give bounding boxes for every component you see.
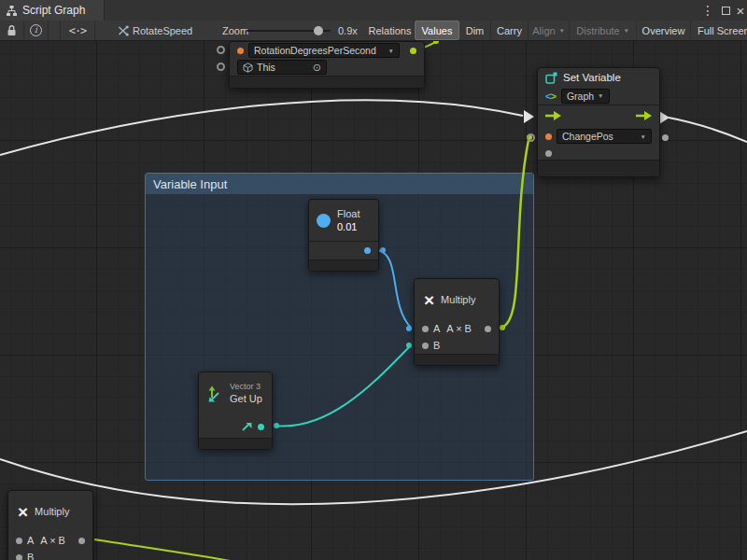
toolbar-button-relations[interactable]: Relations bbox=[366, 21, 415, 40]
input-a-label: A bbox=[433, 323, 440, 334]
toolbar-button-carry[interactable]: Carry bbox=[491, 21, 529, 40]
node-footer bbox=[309, 259, 378, 271]
kebab-icon: ⋮ bbox=[701, 3, 714, 18]
node-footer bbox=[230, 76, 424, 88]
title-bar: Script Graph ⋮ × bbox=[0, 0, 747, 21]
node-header[interactable]: Set Variable bbox=[538, 68, 659, 87]
float-value-field[interactable]: 0.01 bbox=[337, 220, 359, 233]
string-port[interactable] bbox=[237, 48, 244, 54]
node-title: Multiply bbox=[441, 294, 475, 305]
graph-toolbar: i <·> RotateSpeed Zoom 0.9x Relations Va… bbox=[0, 21, 747, 41]
zoom-slider[interactable] bbox=[247, 30, 331, 32]
node-title: Set Variable bbox=[563, 72, 621, 83]
input-a-port[interactable] bbox=[16, 538, 22, 544]
close-button[interactable]: × bbox=[734, 0, 747, 21]
group-title: Variable Input bbox=[153, 177, 227, 191]
toolbar-button-dim[interactable]: Dim bbox=[459, 21, 491, 40]
output-label: A × B bbox=[40, 535, 65, 546]
toolbar-button-fullscreen[interactable]: Full Screen bbox=[691, 21, 747, 40]
input-port[interactable] bbox=[217, 63, 225, 71]
node-multiply[interactable]: × Multiply A A × B B bbox=[414, 278, 500, 366]
type-label: Float bbox=[337, 207, 359, 220]
cube-icon bbox=[243, 63, 253, 73]
node-title: Multiply bbox=[35, 506, 69, 517]
multiply-icon: × bbox=[18, 503, 28, 521]
value-output-port[interactable] bbox=[410, 48, 416, 54]
input-a-label: A bbox=[27, 535, 34, 546]
chevron-down-icon: ▼ bbox=[624, 28, 629, 34]
value-port[interactable] bbox=[545, 150, 552, 157]
object-picker-icon[interactable]: ⊙ bbox=[313, 63, 321, 72]
vector3-axis-icon bbox=[206, 385, 223, 402]
flow-in-port[interactable] bbox=[544, 110, 562, 121]
chevron-down-icon: ▼ bbox=[559, 28, 565, 34]
maximize-button[interactable] bbox=[717, 0, 734, 21]
edit-graph-button[interactable]: <·> bbox=[60, 21, 95, 40]
value-output-port[interactable] bbox=[364, 247, 371, 254]
toolbar-button-distribute[interactable]: Distribute▼ bbox=[570, 21, 637, 40]
input-port[interactable] bbox=[217, 46, 225, 54]
node-header[interactable]: Vector 3 Get Up bbox=[199, 372, 272, 415]
zoom-value: 0.9x bbox=[338, 21, 358, 40]
scope-row: <> Graph ▼ bbox=[538, 87, 659, 105]
flow-out-port[interactable] bbox=[635, 110, 653, 121]
value-input-port[interactable] bbox=[527, 133, 535, 142]
target-object-field[interactable]: This ⊙ bbox=[237, 60, 327, 75]
node-get-up[interactable]: Vector 3 Get Up bbox=[198, 371, 273, 450]
vector-arrow-icon bbox=[241, 421, 252, 432]
window-title: Script Graph bbox=[22, 4, 85, 17]
type-label: Vector 3 bbox=[230, 382, 262, 392]
node-float-literal[interactable]: Float 0.01 bbox=[308, 199, 379, 272]
scope-dropdown[interactable]: Graph ▼ bbox=[561, 89, 610, 104]
value-output-port[interactable] bbox=[258, 424, 264, 430]
group-header[interactable]: Variable Input bbox=[146, 174, 533, 194]
target-label: This bbox=[257, 62, 275, 73]
input-b-port[interactable] bbox=[422, 343, 429, 349]
graph-icon: <> bbox=[545, 91, 556, 102]
kebab-menu-button[interactable]: ⋮ bbox=[700, 0, 715, 21]
variable-name-value: ChangePos bbox=[562, 131, 613, 142]
code-icon: <·> bbox=[69, 24, 87, 37]
toolbar-button-values[interactable]: Values bbox=[415, 21, 459, 40]
output-port[interactable] bbox=[78, 538, 85, 544]
inspect-button[interactable]: i bbox=[24, 21, 49, 40]
node-footer bbox=[538, 160, 659, 176]
scope-value: Graph bbox=[567, 91, 594, 102]
toolbar-button-overview[interactable]: Overview bbox=[637, 21, 691, 40]
value-output-port[interactable] bbox=[662, 134, 669, 141]
script-graph-icon bbox=[6, 5, 18, 17]
variable-icon bbox=[545, 72, 557, 84]
variable-name-value: RotationDegreesPerSecond bbox=[254, 45, 376, 56]
node-title: Get Up bbox=[230, 392, 262, 405]
zoom-slider-knob[interactable] bbox=[314, 26, 323, 35]
chevron-down-icon: ▼ bbox=[598, 92, 603, 99]
output-label: A × B bbox=[446, 323, 472, 334]
lock-icon bbox=[7, 24, 17, 36]
info-icon: i bbox=[30, 24, 42, 36]
string-port[interactable] bbox=[545, 133, 552, 140]
tab-script-graph[interactable]: Script Graph bbox=[0, 0, 105, 21]
node-multiply-2[interactable]: × Multiply A A × B B bbox=[7, 490, 93, 560]
node-set-variable[interactable]: Set Variable <> Graph ▼ ChangePos ▼ bbox=[537, 67, 660, 177]
float-icon bbox=[317, 214, 331, 228]
maximize-icon bbox=[722, 7, 730, 15]
close-icon: × bbox=[737, 3, 745, 19]
chevron-down-icon: ▼ bbox=[388, 48, 394, 54]
script-graph-window: Variable Input RotationDegreesPerSecond bbox=[0, 0, 747, 560]
input-b-label: B bbox=[27, 552, 34, 560]
variable-ref-icon bbox=[118, 25, 129, 36]
node-header[interactable]: Float 0.01 bbox=[309, 200, 378, 241]
node-header[interactable]: × Multiply bbox=[415, 279, 499, 320]
node-get-variable[interactable]: RotationDegreesPerSecond ▼ This ⊙ bbox=[229, 41, 425, 89]
input-a-port[interactable] bbox=[422, 326, 429, 332]
lock-button[interactable] bbox=[0, 21, 24, 40]
toolbar-button-align[interactable]: Align▼ bbox=[529, 21, 570, 40]
variable-name-dropdown[interactable]: RotationDegreesPerSecond ▼ bbox=[248, 43, 400, 58]
variable-name-dropdown[interactable]: ChangePos ▼ bbox=[557, 129, 652, 144]
input-b-port[interactable] bbox=[16, 554, 22, 560]
node-footer bbox=[415, 354, 499, 365]
output-port[interactable] bbox=[485, 326, 491, 332]
node-header[interactable]: × Multiply bbox=[8, 491, 92, 532]
zoom-label: Zoom bbox=[222, 21, 248, 40]
multiply-icon: × bbox=[424, 291, 434, 309]
